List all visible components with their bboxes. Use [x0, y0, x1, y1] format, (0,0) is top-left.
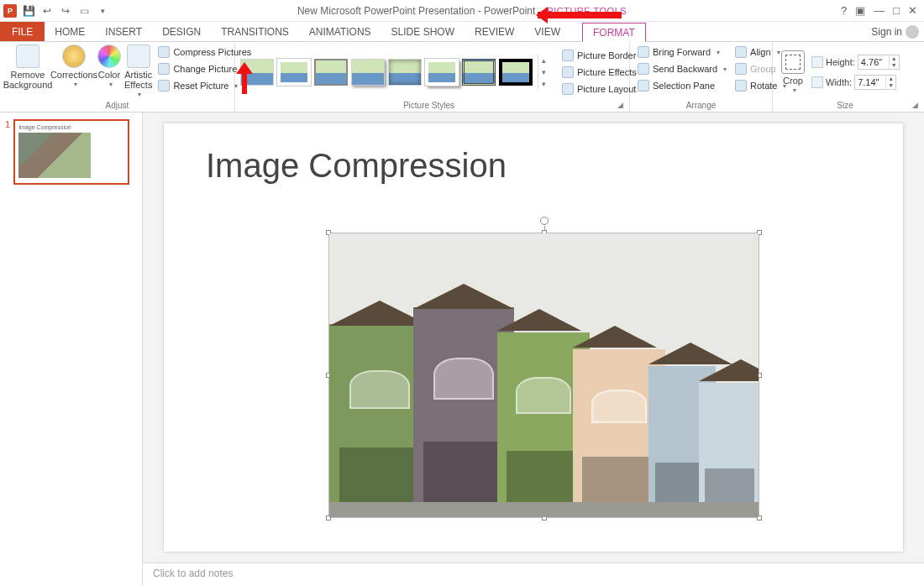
tab-file[interactable]: FILE — [0, 22, 45, 41]
picture-styles-launcher[interactable]: ◢ — [617, 101, 624, 109]
group-label-picture-styles: Picture Styles — [403, 100, 454, 110]
restore-icon[interactable]: □ — [893, 4, 900, 17]
slide-area: Image Compression — [143, 112, 924, 586]
width-row: Width: ▲▼ — [811, 74, 900, 91]
picture-style-5[interactable] — [388, 59, 422, 86]
rotate-handle[interactable] — [540, 217, 549, 225]
height-icon — [811, 56, 823, 68]
group-label-size: Size — [837, 100, 853, 110]
picture-style-3[interactable] — [314, 59, 348, 86]
avatar-icon — [906, 25, 919, 39]
close-icon[interactable]: ✕ — [908, 4, 917, 17]
undo-icon[interactable]: ↩ — [40, 4, 54, 18]
remove-background-label: Remove Background — [3, 70, 53, 90]
crop-icon — [781, 50, 805, 74]
crop-button[interactable]: Crop — [778, 50, 808, 95]
change-picture-icon — [158, 63, 170, 75]
document-title: New Microsoft PowerPoint Presentation - … — [297, 5, 535, 17]
tab-format[interactable]: FORMAT — [582, 23, 646, 42]
tab-review[interactable]: REVIEW — [465, 22, 524, 41]
group-arrange: Bring Forward Send Backward Selection Pa… — [630, 42, 773, 112]
picture-effects-icon — [562, 66, 574, 78]
size-launcher[interactable]: ◢ — [912, 101, 919, 109]
picture-layout-icon — [562, 83, 574, 95]
notes-pane[interactable]: Click to add notes — [143, 562, 924, 586]
height-up[interactable]: ▲ — [890, 55, 899, 62]
height-row: Height: ▲▼ — [811, 54, 900, 71]
help-icon[interactable]: ? — [841, 4, 847, 17]
group-icon — [735, 63, 747, 75]
qat-customize-icon[interactable]: ▾ — [96, 4, 109, 18]
height-field[interactable] — [858, 57, 889, 67]
redo-icon[interactable]: ↪ — [59, 4, 72, 18]
color-button[interactable]: Color — [97, 44, 121, 89]
color-icon — [97, 44, 121, 68]
corrections-button[interactable]: Corrections — [54, 44, 94, 89]
send-backward-button[interactable]: Send Backward — [635, 61, 729, 76]
thumbnail-slide-1[interactable]: 1 Image Compression — [5, 119, 137, 185]
picture-styles-more[interactable]: ▴▾▾ — [538, 55, 549, 90]
height-label: Height: — [826, 57, 855, 67]
notes-placeholder: Click to add notes — [153, 568, 233, 579]
artistic-effects-icon — [127, 44, 150, 68]
annotation-arrow-compress — [242, 65, 247, 94]
group-adjust: Remove Background Corrections Color Arti… — [0, 42, 235, 112]
titlebar: P 💾 ↩ ↪ ▭ ▾ New Microsoft PowerPoint Pre… — [0, 0, 924, 22]
remove-background-button[interactable]: Remove Background — [5, 44, 50, 90]
picture-style-7[interactable] — [462, 59, 496, 86]
picture-style-6[interactable] — [425, 59, 459, 86]
quick-access-toolbar: P 💾 ↩ ↪ ▭ ▾ — [0, 4, 109, 18]
width-label: Width: — [826, 77, 852, 87]
width-field[interactable] — [855, 77, 885, 87]
width-icon — [811, 76, 823, 88]
work-area: 1 Image Compression Image Compression — [0, 112, 924, 586]
bring-forward-button[interactable]: Bring Forward — [635, 44, 729, 60]
compress-icon — [158, 46, 170, 58]
send-backward-icon — [638, 63, 649, 75]
corrections-icon — [62, 44, 86, 68]
width-input[interactable]: ▲▼ — [854, 75, 896, 90]
sign-in[interactable]: Sign in — [866, 22, 924, 41]
remove-background-icon — [16, 44, 39, 68]
rotate-icon — [735, 80, 747, 92]
width-up[interactable]: ▲ — [886, 76, 895, 82]
crop-label: Crop — [783, 76, 803, 86]
app-icon[interactable]: P — [3, 4, 17, 18]
picture-style-4[interactable] — [351, 59, 385, 86]
start-from-beginning-icon[interactable]: ▭ — [77, 4, 91, 18]
thumbnail-preview: Image Compression — [13, 119, 129, 185]
height-input[interactable]: ▲▼ — [858, 55, 900, 70]
height-down[interactable]: ▼ — [890, 62, 899, 69]
picture-style-2[interactable] — [277, 59, 311, 86]
minimize-icon[interactable]: — — [874, 4, 885, 17]
window-controls: ? ▣ — □ ✕ — [841, 4, 924, 17]
selected-picture[interactable] — [328, 233, 759, 518]
thumbnail-number: 1 — [5, 119, 10, 185]
tab-home[interactable]: HOME — [45, 22, 95, 41]
selection-pane-button[interactable]: Selection Pane — [635, 78, 729, 93]
group-label-adjust: Adjust — [5, 100, 229, 110]
save-icon[interactable]: 💾 — [22, 4, 35, 18]
picture-border-icon — [562, 50, 574, 61]
tab-transitions[interactable]: TRANSITIONS — [211, 22, 299, 41]
tab-view[interactable]: VIEW — [524, 22, 570, 41]
tab-slideshow[interactable]: SLIDE SHOW — [381, 22, 465, 41]
ribbon-display-options-icon[interactable]: ▣ — [855, 4, 865, 17]
reset-picture-icon — [158, 80, 170, 92]
tab-insert[interactable]: INSERT — [95, 22, 152, 41]
bring-forward-icon — [638, 46, 649, 58]
thumbnail-title: Image Compression — [18, 124, 124, 130]
sign-in-label: Sign in — [871, 26, 902, 38]
selection-pane-icon — [638, 80, 649, 92]
tab-design[interactable]: DESIGN — [152, 22, 211, 41]
slide-title[interactable]: Image Compression — [206, 147, 861, 185]
group-label-arrange: Arrange — [635, 100, 767, 110]
picture-style-8[interactable] — [499, 59, 533, 86]
tab-animations[interactable]: ANIMATIONS — [299, 22, 381, 41]
thumbnail-image — [18, 133, 91, 178]
slide: Image Compression — [164, 123, 903, 552]
artistic-effects-button[interactable]: Artistic Effects — [124, 44, 152, 99]
slide-canvas[interactable]: Image Compression — [143, 112, 924, 562]
width-down[interactable]: ▼ — [886, 82, 895, 89]
group-size: Crop Height: ▲▼ Width: ▲▼ — [773, 42, 924, 112]
